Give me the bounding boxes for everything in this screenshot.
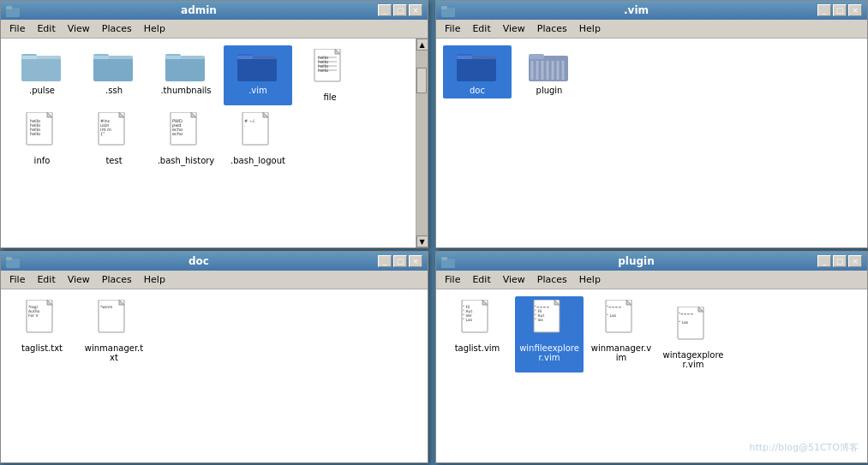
close-button[interactable]: × — [848, 4, 862, 16]
vim-titlebar: .vim _ □ × — [436, 1, 867, 20]
menu-places[interactable]: Places — [532, 21, 572, 36]
minimize-button[interactable]: _ — [378, 4, 392, 16]
folder-icon-title — [6, 254, 20, 268]
admin-titlebar: admin _ □ × — [1, 1, 428, 20]
scroll-up[interactable]: ▲ — [416, 39, 428, 51]
close-button[interactable]: × — [409, 4, 422, 16]
file-taglist-txt[interactable]: *tagl Autho For V taglist.txt — [8, 296, 76, 366]
svg-text:"====: "==== — [679, 312, 693, 316]
svg-rect-9 — [165, 56, 205, 81]
titlebar-left — [6, 3, 20, 17]
menu-view[interactable]: View — [63, 272, 95, 287]
text-file-icon: hello hello hello hello — [25, 112, 59, 153]
scroll-down[interactable]: ▼ — [416, 235, 428, 247]
maximize-button[interactable]: □ — [393, 4, 407, 16]
svg-text:hello: hello — [30, 131, 40, 136]
file-bash-history[interactable]: PWD pwd echo echo .bash_history — [152, 109, 220, 169]
minimize-button[interactable]: _ — [378, 255, 392, 267]
svg-rect-12 — [237, 56, 277, 81]
doc-title: doc — [20, 255, 378, 267]
svg-rect-49 — [457, 56, 496, 81]
maximize-button[interactable]: □ — [393, 255, 407, 267]
folder-pulse[interactable]: .pulse — [8, 45, 76, 105]
vim-file-area: doc plugin — [436, 39, 867, 247]
menu-help[interactable]: Help — [139, 21, 171, 36]
menu-file[interactable]: File — [440, 21, 465, 36]
folder-doc-label: doc — [470, 86, 485, 95]
svg-text:hello: hello — [318, 68, 328, 73]
titlebar-left — [441, 254, 455, 268]
file-test-label: test — [105, 156, 122, 165]
minimize-button[interactable]: _ — [817, 4, 831, 16]
folder-plugin-label: plugin — [536, 86, 563, 95]
menu-edit[interactable]: Edit — [467, 272, 495, 287]
file-file[interactable]: hello hello hello hello file — [296, 45, 364, 105]
close-button[interactable]: × — [409, 255, 422, 267]
vim-window: .vim _ □ × File Edit View Places Help do… — [435, 0, 868, 248]
menu-view[interactable]: View — [63, 21, 95, 36]
svg-rect-6 — [93, 56, 133, 81]
scroll-track[interactable] — [416, 51, 428, 235]
vim-controls[interactable]: _ □ × — [817, 4, 862, 16]
folder-icon — [165, 49, 207, 83]
close-button[interactable]: × — [848, 255, 862, 267]
menu-places[interactable]: Places — [532, 272, 572, 287]
file-winfileexplorer-vim[interactable]: "==== " Fil " Aut " las winfileexplorer.… — [515, 296, 584, 373]
plugin-controls[interactable]: _ □ × — [817, 255, 862, 267]
menu-help[interactable]: Help — [574, 21, 606, 36]
menu-edit[interactable]: Edit — [32, 272, 60, 287]
file-taglist-vim[interactable]: " Fil " Aut " Ver " Las taglist.vim — [443, 296, 512, 373]
svg-rect-48 — [441, 6, 447, 9]
menu-places[interactable]: Places — [97, 21, 137, 36]
menu-file[interactable]: File — [4, 272, 30, 287]
text-file-icon: *winm — [97, 300, 131, 341]
doc-file-content: *tagl Autho For V taglist.txt *winm winm… — [1, 289, 428, 462]
folder-plugin[interactable]: plugin — [515, 45, 584, 98]
file-winmanager-vim[interactable]: "==== " Las winmanager.vim — [587, 296, 655, 373]
doc-titlebar: doc _ □ × — [1, 252, 428, 271]
plugin-titlebar: plugin _ □ × — [436, 252, 867, 271]
minimize-button[interactable]: _ — [817, 255, 831, 267]
svg-rect-51 — [457, 56, 496, 59]
doc-controls[interactable]: _ □ × — [378, 255, 422, 267]
file-winfileexplorer-vim-label: winfileexplorer.vim — [518, 343, 580, 362]
menu-view[interactable]: View — [498, 21, 530, 36]
folder-ssh[interactable]: .ssh — [80, 45, 148, 105]
file-wintagexplorer-vim-label: wintagexplorer.vim — [662, 350, 724, 369]
scroll-thumb[interactable] — [416, 68, 427, 93]
folder-pulse-label: .pulse — [29, 86, 55, 95]
svg-rect-53 — [529, 54, 544, 59]
admin-file-content: .pulse .ssh .thumbnails — [1, 39, 416, 247]
text-file-icon: *tagl Autho For V — [25, 300, 59, 341]
text-file-icon: "==== " Las — [604, 300, 638, 341]
file-winmanager-txt[interactable]: *winm winmanager.txt — [80, 296, 148, 366]
maximize-button[interactable]: □ — [833, 255, 847, 267]
svg-text:echo: echo — [172, 131, 183, 136]
folder-vim[interactable]: .vim — [224, 45, 292, 105]
menu-places[interactable]: Places — [97, 272, 137, 287]
file-info[interactable]: hello hello hello hello info — [8, 109, 76, 169]
svg-text:# ~/.: # ~/. — [244, 118, 256, 123]
folder-doc[interactable]: doc — [443, 45, 512, 98]
text-file-icon: # ~/. . — [241, 112, 275, 153]
menu-edit[interactable]: Edit — [32, 21, 60, 36]
folder-icon-title — [6, 3, 20, 17]
folder-thumbnails[interactable]: .thumbnails — [152, 45, 220, 105]
admin-controls[interactable]: _ □ × — [378, 4, 422, 16]
admin-scrollbar[interactable]: ▲ ▼ — [416, 39, 428, 247]
menu-help[interactable]: Help — [574, 272, 606, 287]
maximize-button[interactable]: □ — [833, 4, 847, 16]
file-bash-logout[interactable]: # ~/. . .bash_logout — [224, 109, 292, 169]
svg-rect-1 — [6, 6, 12, 9]
vim-file-content: doc plugin — [436, 39, 867, 247]
menu-file[interactable]: File — [4, 21, 30, 36]
menu-view[interactable]: View — [498, 272, 530, 287]
menu-edit[interactable]: Edit — [467, 21, 495, 36]
menu-help[interactable]: Help — [139, 272, 171, 287]
file-test[interactable]: #inc usin int m {" test — [80, 109, 148, 169]
folder-dark-icon — [457, 49, 498, 83]
file-wintagexplorer-vim[interactable]: "==== " Las wintagexplorer.vim — [659, 303, 727, 373]
menu-file[interactable]: File — [440, 272, 465, 287]
plugin-file-content: " Fil " Aut " Ver " Las taglist.vim "===… — [436, 289, 867, 462]
file-bash-history-label: .bash_history — [158, 156, 215, 165]
